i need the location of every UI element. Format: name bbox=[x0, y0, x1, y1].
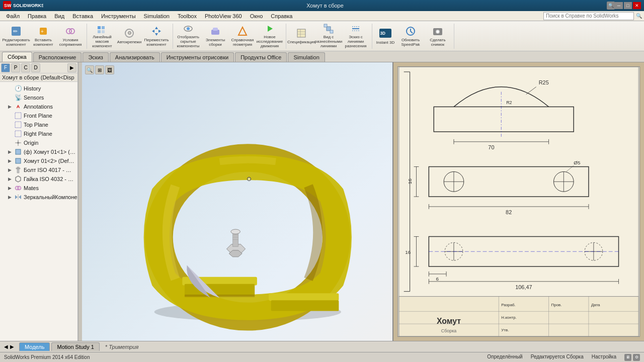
tab-prev-button[interactable]: ◀ bbox=[3, 344, 9, 349]
tab-sketch[interactable]: Эскиз bbox=[83, 52, 108, 62]
panel-resize-handle[interactable] bbox=[78, 62, 82, 341]
close-button[interactable]: ✕ bbox=[633, 2, 641, 9]
tb-move-component[interactable]: Переместить компонент bbox=[143, 24, 170, 48]
tree-item-annotations[interactable]: ▶ A Annotations bbox=[0, 102, 77, 111]
status-icon-1[interactable]: 🖥 bbox=[624, 354, 631, 361]
tab-assembly[interactable]: Сборка bbox=[2, 52, 32, 62]
tb-linear-pattern[interactable]: Линейный массив компонент bbox=[89, 24, 115, 48]
tb-edit-component[interactable]: ✏ Редактировать компонент bbox=[3, 24, 29, 48]
viewport-tb-btn-1[interactable]: 🔍 bbox=[85, 65, 94, 74]
tree-item-front-plane[interactable]: Front Plane bbox=[0, 111, 77, 120]
menu-view[interactable]: Вид bbox=[50, 12, 68, 20]
menu-tools[interactable]: Инструменты bbox=[97, 12, 140, 20]
panel-expand-button[interactable]: ▶ bbox=[67, 63, 76, 72]
menu-insert[interactable]: Вставка bbox=[68, 12, 97, 20]
svg-rect-25 bbox=[297, 29, 305, 37]
tree-item-xomut01-1[interactable]: ▶ (ф) Хомут 01<1> (Default< bbox=[0, 147, 77, 156]
feature-tree: 🕐 History 📡 Sensors ▶ A Annotations Fron… bbox=[0, 82, 77, 341]
front-plane-icon bbox=[14, 112, 22, 120]
menu-edit[interactable]: Правка bbox=[24, 12, 50, 20]
svg-text:70: 70 bbox=[488, 144, 494, 150]
annotations-icon: A bbox=[14, 103, 22, 111]
tab-office[interactable]: Продукты Office bbox=[235, 52, 287, 62]
menu-photoview[interactable]: PhotoView 360 bbox=[201, 12, 246, 20]
right-plane-icon bbox=[14, 130, 22, 138]
svg-text:SW: SW bbox=[4, 3, 12, 8]
tab-layout[interactable]: Расположение bbox=[33, 52, 82, 62]
svg-rect-65 bbox=[271, 300, 339, 311]
insert-component-icon: + bbox=[37, 25, 49, 37]
3d-viewport[interactable]: 🔍 ⊞ 🖼 bbox=[82, 62, 392, 341]
minimize-button[interactable]: ─ bbox=[615, 2, 623, 9]
tree-item-history[interactable]: 🕐 History bbox=[0, 84, 77, 93]
svg-marker-23 bbox=[238, 27, 247, 35]
menu-toolbox[interactable]: Toolbox bbox=[174, 12, 201, 20]
tree-root-item[interactable]: Хомут в сборе (Default<Disp bbox=[0, 73, 77, 82]
component-icon-2 bbox=[14, 157, 22, 165]
tb-explode-sketch[interactable]: Эскиз с линиями разнесения bbox=[343, 24, 369, 48]
tree-item-top-plane[interactable]: Top Plane bbox=[0, 120, 77, 129]
menu-file[interactable]: Файл bbox=[2, 12, 24, 20]
viewport-tb-btn-3[interactable]: 🖼 bbox=[105, 65, 114, 74]
move-component-icon bbox=[150, 25, 163, 37]
ref-geometry-icon bbox=[236, 25, 249, 37]
autocrex-icon: ⚙ bbox=[123, 27, 135, 39]
panel-tb-dimentionxpertmanager[interactable]: D bbox=[31, 63, 40, 72]
svg-text:16: 16 bbox=[407, 178, 413, 185]
tb-update-speedpak[interactable]: Обновить SpeedPak bbox=[397, 24, 424, 48]
svg-rect-31 bbox=[330, 30, 333, 33]
tree-item-mates[interactable]: ▶ Mates bbox=[0, 184, 77, 193]
status-config: Настройка bbox=[592, 354, 616, 361]
toolbar-group-edit: ✏ Редактировать компонент + Вставить ком… bbox=[3, 24, 87, 49]
bottom-tab-motion-study[interactable]: Motion Study 1 bbox=[51, 342, 99, 351]
bottom-tab-model[interactable]: Модель bbox=[19, 342, 50, 351]
tree-item-nut[interactable]: ▶ Гайка ISO 4032 - M4 - W - G bbox=[0, 174, 77, 184]
tree-item-mirror[interactable]: ▶ ЗеркальныйКомпонент1 bbox=[0, 193, 77, 202]
snapshot-icon bbox=[432, 25, 444, 37]
maximize-button[interactable]: □ bbox=[624, 2, 632, 9]
sensors-icon: 📡 bbox=[14, 94, 22, 102]
tb-mate[interactable]: Условия сопряжения bbox=[57, 24, 84, 48]
tb-assembly-features[interactable]: Элементы сборки bbox=[202, 24, 228, 48]
status-icon-2[interactable]: ⚙ bbox=[633, 354, 640, 361]
tb-show-hidden[interactable]: Отобразить скрытые компоненты bbox=[175, 24, 201, 48]
nut-icon bbox=[14, 175, 22, 183]
tb-ref-geometry[interactable]: Справочная геометрия bbox=[229, 24, 256, 48]
tb-explode-view[interactable]: Вид с разнесёнными линиями bbox=[315, 24, 342, 48]
tb-new-motion[interactable]: Новое исследование движения bbox=[257, 24, 283, 48]
panel-tb-featuremanager[interactable]: F bbox=[1, 63, 10, 72]
svg-marker-51 bbox=[16, 176, 21, 182]
menu-simulation[interactable]: Simulation bbox=[140, 12, 174, 20]
mate-icon bbox=[64, 25, 76, 37]
tb-snapshot[interactable]: Сделать снимок bbox=[425, 24, 451, 48]
tree-item-sensors[interactable]: 📡 Sensors bbox=[0, 93, 77, 102]
tree-item-right-plane[interactable]: Right Plane bbox=[0, 129, 77, 138]
panel-tb-configurationmanager[interactable]: C bbox=[21, 63, 30, 72]
tab-analyze[interactable]: Анализировать bbox=[110, 52, 160, 62]
toolbar-group-3d: 3D Instant 3D Обновить SpeedPak Сделать … bbox=[374, 24, 454, 49]
tree-item-origin[interactable]: Origin bbox=[0, 138, 77, 147]
tree-item-bolt[interactable]: ▶ Болт ISO 4017 - M4 x 12-<D bbox=[0, 165, 77, 174]
menu-window[interactable]: Окно bbox=[246, 12, 267, 20]
help-search-input[interactable] bbox=[543, 12, 634, 20]
tb-insert-component[interactable]: + Вставить компонент bbox=[30, 24, 56, 48]
svg-text:Сборка: Сборка bbox=[441, 328, 457, 333]
tab-drawing-tools[interactable]: Инструменты отрисовки bbox=[161, 52, 234, 62]
menu-help[interactable]: Справка bbox=[267, 12, 296, 20]
search-button[interactable]: 🔍 bbox=[636, 13, 642, 19]
viewport-tb-btn-2[interactable]: ⊞ bbox=[95, 65, 104, 74]
svg-marker-54 bbox=[15, 195, 18, 199]
svg-marker-56 bbox=[19, 195, 21, 199]
tb-bom[interactable]: Спецификация bbox=[288, 24, 314, 48]
svg-text:Ø5: Ø5 bbox=[574, 160, 581, 165]
panel-tb-propertymanager[interactable]: P bbox=[11, 63, 20, 72]
tree-item-xomut01-2[interactable]: ▶ Хомут 01<2> (Default<<De bbox=[0, 156, 77, 165]
tb-autocrex[interactable]: ⚙ Автокрепежи bbox=[116, 24, 142, 48]
tb-instant3d[interactable]: 3D Instant 3D bbox=[374, 24, 396, 48]
edit-component-icon: ✏ bbox=[10, 25, 22, 37]
tab-next-button[interactable]: ▶ bbox=[9, 344, 15, 349]
tab-simulation[interactable]: Simulation bbox=[288, 52, 325, 62]
svg-rect-42 bbox=[15, 122, 21, 128]
assembly-features-icon bbox=[209, 25, 221, 37]
search-box[interactable]: 🔍 bbox=[607, 2, 615, 10]
